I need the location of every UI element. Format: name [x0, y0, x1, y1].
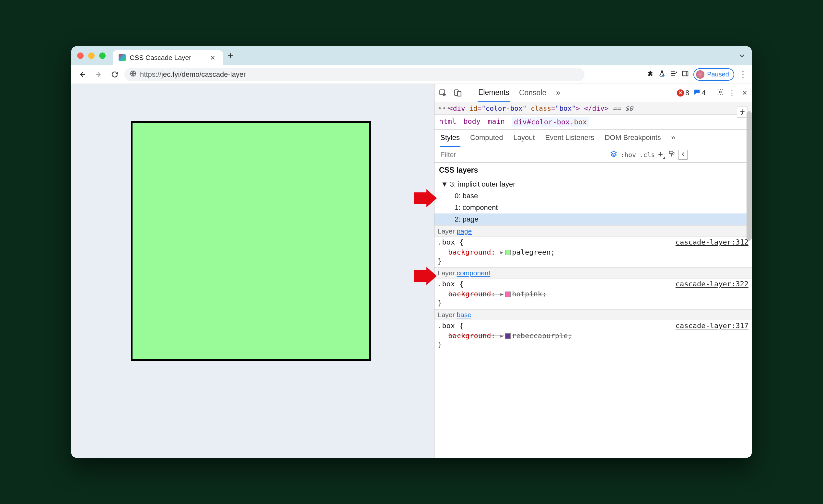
layer-link[interactable]: base	[457, 311, 471, 318]
browser-toolbar: https://jec.fyi/demo/cascade-layer Pause…	[71, 65, 752, 84]
styles-filter-input[interactable]	[437, 147, 602, 162]
layer-component[interactable]: 1: component	[439, 202, 747, 213]
css-layers-title: CSS layers	[439, 166, 747, 175]
traffic-lights	[77, 52, 106, 59]
minimize-window-button[interactable]	[88, 52, 95, 59]
message-count[interactable]: 4	[693, 89, 706, 98]
subtab-event-listeners[interactable]: Event Listeners	[545, 129, 595, 147]
layers-toggle-icon[interactable]	[610, 150, 617, 159]
style-rule-block: Layer component.box {cascade-layer:322ba…	[435, 267, 752, 309]
computed-toggle-icon[interactable]	[678, 150, 688, 160]
close-tab-button[interactable]: ×	[208, 53, 217, 63]
svg-rect-2	[683, 71, 688, 76]
svg-point-1	[662, 75, 664, 76]
style-rules: Layer page.box {cascade-layer:312backgro…	[435, 226, 752, 350]
settings-icon[interactable]	[716, 88, 724, 98]
reload-button[interactable]	[108, 68, 121, 81]
browser-tab[interactable]: CSS Cascade Layer ×	[113, 50, 223, 65]
layer-root[interactable]: ▼3: implicit outer layer	[439, 178, 747, 190]
extensions-icon[interactable]	[647, 70, 654, 79]
crumb-html[interactable]: html	[439, 117, 456, 127]
devtools-close-button[interactable]: ×	[740, 88, 750, 98]
style-rule-block: Layer base.box {cascade-layer:317backgro…	[435, 309, 752, 350]
favicon	[119, 54, 126, 61]
reading-list-icon[interactable]	[670, 70, 677, 79]
forward-button[interactable]	[92, 68, 105, 81]
layer-link[interactable]: component	[457, 269, 490, 277]
error-icon: ✕	[677, 90, 684, 97]
svg-point-7	[742, 110, 743, 111]
rule-source-link[interactable]: cascade-layer:317	[676, 322, 749, 330]
devtools-kebab-icon[interactable]: ⋮	[728, 89, 736, 98]
hov-button[interactable]: :hov	[621, 151, 636, 159]
css-declaration[interactable]: background: ▸rebeccapurple;	[435, 331, 752, 340]
css-layers-section: CSS layers ▼3: implicit outer layer 0: b…	[435, 163, 752, 226]
css-selector[interactable]: .box {	[438, 238, 463, 246]
error-count[interactable]: ✕ 8	[677, 89, 689, 97]
chevron-down-icon[interactable]	[738, 52, 746, 59]
accessibility-icon[interactable]	[737, 107, 748, 118]
svg-rect-5	[458, 91, 461, 96]
css-declaration[interactable]: background: ▸palegreen;	[435, 247, 752, 257]
dom-breadcrumb[interactable]: html body main div#color-box.box	[435, 115, 752, 130]
new-tab-button[interactable]: +	[227, 50, 233, 62]
scrollbar[interactable]	[747, 111, 752, 241]
layer-tree: ▼3: implicit outer layer 0: base 1: comp…	[439, 178, 747, 225]
style-rule-block: Layer page.box {cascade-layer:312backgro…	[435, 226, 752, 267]
subtab-computed[interactable]: Computed	[470, 129, 504, 147]
device-toggle-icon[interactable]	[451, 87, 464, 100]
flask-icon[interactable]	[658, 70, 666, 79]
address-bar[interactable]: https://jec.fyi/demo/cascade-layer	[125, 68, 585, 81]
layer-label: Layer base	[435, 310, 752, 320]
panel-icon[interactable]	[682, 70, 689, 79]
layer-page-selected[interactable]: 2: page	[435, 213, 752, 225]
dom-node-line[interactable]: ••• <div id="color-box" class="box"> </d…	[435, 102, 752, 115]
annotation-arrow-1	[414, 189, 437, 207]
paint-icon[interactable]	[668, 150, 675, 159]
styles-filter-bar: :hov .cls +◢	[435, 147, 752, 163]
cls-button[interactable]: .cls	[639, 151, 655, 159]
crumb-selected[interactable]: div#color-box.box	[512, 117, 589, 127]
tab-console[interactable]: Console	[518, 84, 547, 102]
annotation-arrow-2	[414, 267, 437, 285]
avatar	[696, 70, 704, 79]
inspect-element-icon[interactable]	[437, 87, 449, 100]
layer-label: Layer page	[435, 226, 752, 237]
layer-base[interactable]: 0: base	[439, 190, 747, 202]
tab-title: CSS Cascade Layer	[130, 54, 204, 61]
back-button[interactable]	[76, 68, 89, 81]
layer-label: Layer component	[435, 268, 752, 279]
subtab-dom-breakpoints[interactable]: DOM Breakpoints	[604, 129, 662, 147]
devtools-header: Elements Console » ✕ 8 4	[435, 84, 752, 102]
css-selector[interactable]: .box {	[438, 280, 463, 288]
subtab-more[interactable]: »	[671, 129, 676, 147]
svg-rect-9	[671, 155, 673, 157]
zoom-window-button[interactable]	[99, 52, 106, 59]
layer-link[interactable]: page	[457, 227, 472, 235]
tab-elements[interactable]: Elements	[478, 83, 510, 102]
devtools-panel: Elements Console » ✕ 8 4	[434, 84, 752, 458]
globe-icon	[130, 70, 137, 79]
profile-paused-badge[interactable]: Paused	[693, 68, 734, 80]
subtab-styles[interactable]: Styles	[440, 129, 460, 147]
message-icon	[693, 89, 700, 98]
css-selector[interactable]: .box {	[438, 322, 463, 330]
content-area: Elements Console » ✕ 8 4	[71, 84, 752, 458]
svg-rect-8	[669, 151, 673, 154]
rule-source-link[interactable]: cascade-layer:322	[676, 280, 749, 288]
tab-more[interactable]: »	[555, 84, 561, 102]
rule-source-link[interactable]: cascade-layer:312	[676, 238, 749, 246]
new-style-rule-button[interactable]: +◢	[658, 150, 665, 160]
css-declaration[interactable]: background: ▸hotpink;	[435, 289, 752, 299]
paused-label: Paused	[707, 70, 729, 78]
rule-close-brace: }	[435, 340, 752, 350]
url-text: https://jec.fyi/demo/cascade-layer	[140, 70, 246, 79]
close-window-button[interactable]	[77, 52, 84, 59]
subtab-layout[interactable]: Layout	[513, 129, 535, 147]
browser-window: CSS Cascade Layer × + https://jec.fyi/de…	[71, 46, 752, 458]
titlebar: CSS Cascade Layer × +	[71, 46, 752, 65]
crumb-main[interactable]: main	[488, 117, 505, 127]
kebab-menu-icon[interactable]: ⋮	[739, 69, 747, 79]
dom-more-icon[interactable]: •••	[438, 105, 451, 113]
crumb-body[interactable]: body	[463, 117, 481, 127]
